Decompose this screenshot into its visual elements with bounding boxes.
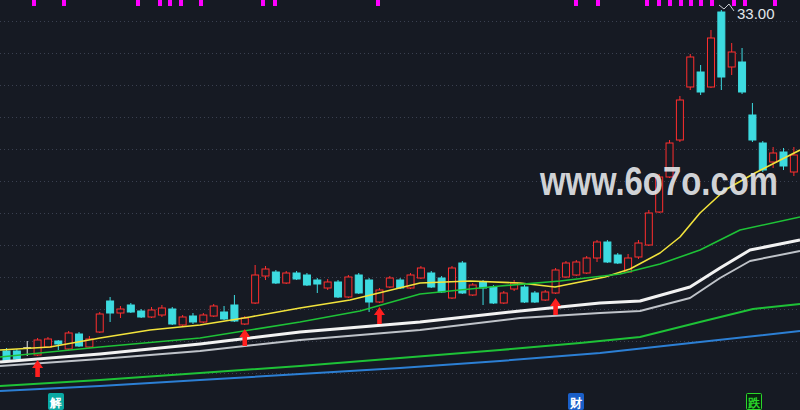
candle[interactable] xyxy=(635,240,642,259)
candle[interactable] xyxy=(739,48,746,94)
candle[interactable] xyxy=(76,332,83,347)
candle[interactable] xyxy=(189,313,196,324)
candle[interactable] xyxy=(614,253,621,264)
candle[interactable] xyxy=(335,280,342,298)
candle[interactable] xyxy=(96,312,103,333)
candle-body xyxy=(179,317,186,325)
top-tick xyxy=(261,0,265,6)
candle[interactable] xyxy=(117,306,124,318)
candle[interactable] xyxy=(314,278,321,293)
top-tick xyxy=(574,0,578,6)
candle-body xyxy=(148,310,155,317)
candle[interactable] xyxy=(303,273,310,286)
candle[interactable] xyxy=(65,331,72,350)
candle[interactable] xyxy=(645,210,652,246)
candle-body xyxy=(739,62,746,92)
candle-body xyxy=(272,272,279,283)
candle[interactable] xyxy=(262,266,269,280)
candle[interactable] xyxy=(749,103,756,142)
candle[interactable] xyxy=(179,315,186,326)
price-tag-leader-line xyxy=(719,4,734,11)
candle[interactable] xyxy=(562,261,569,278)
candle[interactable] xyxy=(324,279,331,290)
candle-body xyxy=(324,282,331,288)
candle-body xyxy=(448,268,455,298)
candle[interactable] xyxy=(583,256,590,274)
top-tick xyxy=(136,0,140,6)
candle-body xyxy=(293,273,300,279)
candle[interactable] xyxy=(542,290,549,301)
top-ticks xyxy=(32,0,777,6)
candle[interactable] xyxy=(490,285,497,304)
candle[interactable] xyxy=(728,43,735,75)
candle[interactable] xyxy=(687,54,694,90)
candle-body xyxy=(252,275,259,303)
top-tick xyxy=(596,0,600,6)
candle[interactable] xyxy=(521,285,528,303)
top-tick xyxy=(62,0,66,6)
candle-body xyxy=(604,242,611,262)
candle[interactable] xyxy=(676,96,683,142)
candle[interactable] xyxy=(210,304,217,317)
candle[interactable] xyxy=(438,276,445,293)
candle[interactable] xyxy=(386,276,393,288)
candle[interactable] xyxy=(272,270,279,284)
candle[interactable] xyxy=(127,303,134,313)
candle[interactable] xyxy=(604,240,611,263)
candle[interactable] xyxy=(718,10,725,90)
candle[interactable] xyxy=(345,275,352,298)
candle[interactable] xyxy=(158,305,165,317)
candle[interactable] xyxy=(428,271,435,288)
candle-body xyxy=(366,280,373,302)
candle-body xyxy=(117,309,124,313)
candle-body xyxy=(65,333,72,349)
candle-body xyxy=(200,315,207,322)
candle[interactable] xyxy=(480,280,487,305)
candle[interactable] xyxy=(355,273,362,294)
top-tick xyxy=(657,0,661,6)
candle-body xyxy=(55,341,62,344)
candle-body xyxy=(314,280,321,284)
candle[interactable] xyxy=(221,306,228,320)
candle-body xyxy=(614,255,621,263)
candle[interactable] xyxy=(376,288,383,303)
candle-body xyxy=(459,263,466,293)
candle[interactable] xyxy=(252,265,259,304)
candle[interactable] xyxy=(531,291,538,303)
watermark: www.6o7o.com xyxy=(539,159,778,203)
candle[interactable] xyxy=(417,266,424,279)
candle-body xyxy=(469,285,476,295)
candle[interactable] xyxy=(200,313,207,323)
candle-body xyxy=(676,100,683,140)
candle[interactable] xyxy=(293,271,300,280)
candle[interactable] xyxy=(86,336,93,348)
candle-body xyxy=(335,282,342,297)
candle[interactable] xyxy=(107,297,114,322)
candle-body xyxy=(573,262,580,275)
candle-body xyxy=(386,278,393,287)
candle-body xyxy=(438,278,445,292)
bottom-signal-badges: 解财跌 xyxy=(49,394,762,410)
candle-body xyxy=(562,263,569,277)
candle[interactable] xyxy=(500,291,507,304)
candle-body xyxy=(521,287,528,302)
top-tick xyxy=(645,0,649,6)
candle[interactable] xyxy=(594,240,601,262)
candle[interactable] xyxy=(231,295,238,322)
candle[interactable] xyxy=(148,307,155,318)
candle-body xyxy=(594,242,601,258)
top-tick xyxy=(732,0,736,6)
signal-badge: 跌 xyxy=(747,394,762,410)
candle[interactable] xyxy=(697,65,704,95)
candle[interactable] xyxy=(169,307,176,325)
candle-body xyxy=(697,72,704,92)
top-tick xyxy=(710,0,714,6)
candle[interactable] xyxy=(138,309,145,318)
candle[interactable] xyxy=(283,271,290,284)
candle[interactable] xyxy=(707,30,714,88)
top-tick xyxy=(273,0,277,6)
candle-body xyxy=(283,273,290,283)
price-chart[interactable]: www.6o7o.com 33.00 解财跌 xyxy=(0,0,800,410)
candle[interactable] xyxy=(573,260,580,276)
top-tick xyxy=(158,0,162,6)
